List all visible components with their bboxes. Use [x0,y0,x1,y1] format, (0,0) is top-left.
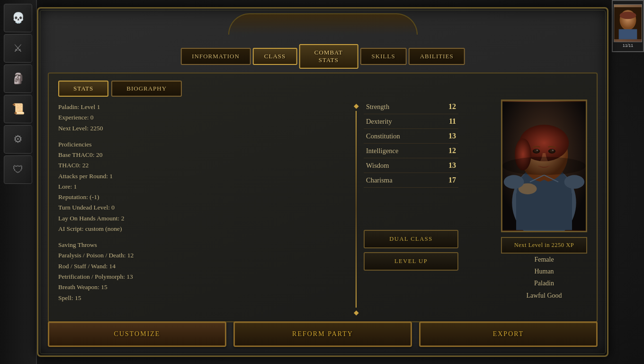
shield-icon[interactable]: 🛡 [4,155,32,184]
stat-paralysis: Paralysis / Poison / Death: 12 [58,250,229,261]
svg-point-3 [620,12,636,19]
tab-skills[interactable]: SKILLS [360,48,407,65]
stat-reputation: Reputation: (-1) [58,192,229,202]
stat-breath-weapon: Breath Weapon: 15 [58,282,229,292]
export-button[interactable]: EXPORT [419,321,598,347]
stat-saving-throws-header: Saving Throws [58,240,229,250]
sub-tab-biography[interactable]: BIOGRAPHY [111,81,182,97]
stat-base-thac0: Base THAC0: 20 [58,150,229,160]
attr-intelligence-value: 12 [448,146,456,155]
stat-experience: Experience: 0 [58,112,229,123]
stat-rod-staff: Rod / Staff / Wand: 14 [58,261,229,272]
attr-charisma: Charisma 17 [364,173,458,188]
portrait-image [502,101,586,231]
stat-turn-undead: Turn Undead Level: 0 [58,202,229,213]
stat-lay-on-hands: Lay On Hands Amount: 2 [58,213,229,224]
corner-portrait-image [614,4,642,42]
portrait-corner[interactable]: 11/11 [612,0,644,52]
stat-attacks-per-round: Attacks per Round: 1 [58,171,229,182]
customize-button[interactable]: CUSTOMIZE [48,321,226,347]
attr-intelligence-name: Intelligence [366,147,398,155]
stat-petrification: Petrification / Polymorph: 13 [58,272,229,282]
attr-wisdom-name: Wisdom [366,162,389,170]
attr-dexterity-name: Dexterity [366,118,392,126]
stat-spell: Spell: 15 [58,293,229,303]
stat-class-level: Paladin: Level 1 [58,102,229,112]
char-gender: Female [501,254,587,265]
dual-class-button[interactable]: DUAL CLASS [364,230,458,248]
attr-strength-name: Strength [366,103,389,111]
attr-charisma-value: 17 [448,176,456,184]
svg-rect-2 [619,29,637,39]
attr-constitution-name: Constitution [366,132,400,140]
reform-party-button[interactable]: REFORM PARTY [233,321,412,347]
tab-abilities[interactable]: ABILITIES [409,48,465,65]
svg-point-15 [537,150,538,151]
attr-strength-value: 12 [448,102,456,111]
sword-icon[interactable]: ⚔ [4,34,32,63]
attr-intelligence: Intelligence 12 [364,144,458,158]
char-alignment: Lawful Good [501,290,587,301]
content-area: STATS BIOGRAPHY Paladin: Level 1 Experie… [48,73,598,322]
tab-navigation: INFORMATION CLASS COMBAT STATS SKILLS AB… [180,44,465,69]
attr-strength: Strength 12 [364,100,458,114]
tab-information[interactable]: INFORMATION [180,48,251,65]
stat-thac0: THAC0: 22 [58,160,229,171]
top-arc-decoration [228,13,418,35]
attr-wisdom: Wisdom 13 [364,158,458,173]
attr-wisdom-value: 13 [448,161,456,170]
character-info: Female Human Paladin Lawful Good [501,254,587,301]
svg-point-19 [564,175,585,189]
stat-ai-script: AI Script: custom (none) [58,224,229,234]
figure-icon[interactable]: 🗿 [4,64,32,93]
attr-constitution: Constitution 13 [364,129,458,144]
bottom-buttons: CUSTOMIZE REFORM PARTY EXPORT [48,321,598,347]
gold-divider-line [356,111,357,308]
svg-point-13 [534,149,539,153]
next-level-box: Next Level in 2250 XP [501,237,587,254]
action-buttons: DUAL CLASS LEVEL UP [364,230,458,271]
sub-tab-stats[interactable]: STATS [58,81,108,97]
stat-proficiencies: Proficiencies [58,139,229,150]
level-up-button[interactable]: LEVEL UP [364,252,458,271]
char-class: Paladin [501,277,587,289]
sidebar: 💀 ⚔ 🗿 📜 ⚙ 🛡 [0,0,37,364]
attr-charisma-name: Charisma [366,176,393,184]
portrait-corner-label: 11/11 [623,43,634,48]
svg-point-14 [550,149,555,153]
attr-constitution-value: 13 [448,132,456,140]
skull-icon[interactable]: 💀 [4,4,32,32]
stats-section: Paladin: Level 1 Experience: 0 Next Leve… [58,102,229,317]
stat-lore: Lore: 1 [58,182,229,192]
svg-point-18 [504,175,524,189]
sub-tab-navigation: STATS BIOGRAPHY [58,81,182,97]
attributes-section: Strength 12 Dexterity 11 Constitution 13… [364,100,458,188]
char-race: Human [501,265,587,277]
scroll-icon[interactable]: 📜 [4,95,32,123]
gold-divider [354,102,358,317]
svg-point-20 [502,157,586,175]
svg-point-16 [552,150,554,151]
tab-class[interactable]: CLASS [253,48,297,65]
attr-dexterity-value: 11 [449,117,456,126]
next-level-text: Next Level in 2250 XP [514,242,574,248]
stat-next-level: Next Level: 2250 [58,123,229,134]
attr-dexterity: Dexterity 11 [364,114,458,129]
tab-combat-stats[interactable]: COMBAT STATS [299,44,358,69]
main-panel: INFORMATION CLASS COMBAT STATS SKILLS AB… [37,7,608,357]
character-portrait [501,100,587,232]
gear-icon[interactable]: ⚙ [4,125,32,154]
